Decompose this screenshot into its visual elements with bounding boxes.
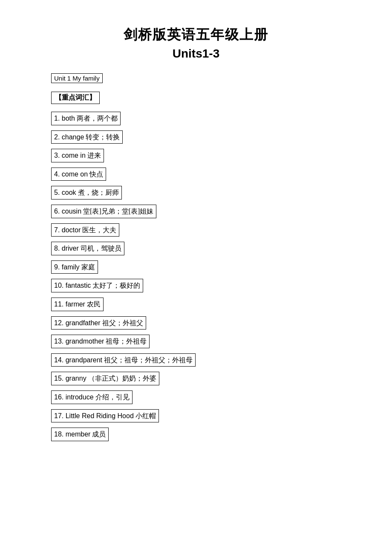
vocab-word: change [62, 133, 84, 141]
list-item: 4. come on 快点 [51, 168, 341, 181]
vocab-meaning: 进来 [86, 152, 101, 159]
vocab-meaning: 农民 [85, 301, 101, 308]
vocab-entry: 5. cook 煮，烧；厨师 [51, 186, 122, 199]
vocab-meaning: 医生，大夫 [81, 226, 116, 234]
vocab-meaning: 煮，烧；厨师 [76, 189, 119, 196]
vocab-word: fantastic [66, 282, 91, 289]
list-item: 14. grandparent 祖父；祖母；外祖父；外祖母 [51, 353, 341, 367]
vocab-word: introduce [66, 393, 94, 401]
list-item: 16. introduce 介绍，引见 [51, 390, 341, 404]
vocab-entry: 2. change 转变；转换 [51, 130, 123, 144]
list-item: 2. change 转变；转换 [51, 130, 341, 144]
vocab-meaning: 堂[表]兄弟；堂[表]姐妹 [81, 208, 153, 215]
vocab-number: 14. [54, 356, 63, 364]
vocab-word: granny [66, 375, 86, 382]
vocab-number: 6. [54, 208, 60, 215]
vocab-word: come in [62, 152, 86, 159]
vocab-word: come on [62, 171, 88, 178]
vocab-word: member [66, 431, 91, 438]
list-item: 8. driver 司机，驾驶员 [51, 242, 341, 255]
vocab-entry: 10. fantastic 太好了；极好的 [51, 279, 143, 292]
vocab-number: 11. [54, 301, 63, 308]
vocab-number: 12. [54, 319, 63, 327]
vocab-entry: 17. Little Red Riding Hood 小红帽 [51, 409, 159, 423]
vocab-word: doctor [62, 226, 81, 234]
vocab-entry: 3. come in 进来 [51, 149, 104, 162]
vocab-entry: 11. farmer 农民 [51, 298, 104, 311]
vocab-entry: 4. come on 快点 [51, 168, 106, 181]
vocab-number: 15. [54, 375, 63, 382]
vocab-word: driver [62, 245, 79, 252]
vocab-number: 16. [54, 393, 63, 401]
vocab-number: 18. [54, 431, 63, 438]
vocab-entry: 9. family 家庭 [51, 260, 98, 274]
vocab-meaning: 家庭 [80, 263, 95, 271]
vocab-entry: 1. both 两者，两个都 [51, 112, 121, 125]
vocab-number: 1. [54, 115, 60, 122]
list-item: 5. cook 煮，烧；厨师 [51, 186, 341, 199]
list-item: 18. member 成员 [51, 428, 341, 441]
vocab-entry: 6. cousin 堂[表]兄弟；堂[表]姐妹 [51, 205, 156, 218]
unit-label: Unit 1 My family [51, 73, 103, 83]
vocab-entry: 13. grandmother 祖母；外祖母 [51, 335, 150, 348]
vocab-word: cook [62, 189, 76, 196]
list-item: 11. farmer 农民 [51, 298, 341, 311]
vocab-number: 2. [54, 133, 60, 141]
vocab-number: 10. [54, 282, 63, 289]
vocab-word: grandparent [66, 356, 102, 364]
vocab-number: 17. [54, 412, 63, 419]
vocab-number: 4. [54, 171, 60, 178]
vocab-meaning: 介绍，引见 [94, 393, 130, 401]
vocab-word: both [62, 115, 75, 122]
vocab-number: 9. [54, 263, 60, 271]
list-item: 7. doctor 医生，大夫 [51, 223, 341, 237]
vocab-meaning: 祖母；外祖母 [104, 338, 147, 345]
vocab-entry: 14. grandparent 祖父；祖母；外祖父；外祖母 [51, 353, 196, 367]
vocab-meaning: 祖父；祖母；外祖父；外祖母 [102, 356, 193, 364]
main-title: 剑桥版英语五年级上册 [51, 26, 341, 44]
vocab-meaning: 司机，驾驶员 [79, 245, 121, 252]
list-item: 1. both 两者，两个都 [51, 112, 341, 125]
vocab-meaning: 快点 [88, 171, 103, 178]
vocab-meaning: 两者，两个都 [75, 115, 118, 122]
vocab-number: 5. [54, 189, 60, 196]
vocab-number: 7. [54, 226, 60, 234]
sub-title: Units1-3 [51, 47, 341, 61]
list-item: 6. cousin 堂[表]兄弟；堂[表]姐妹 [51, 205, 341, 218]
list-item: 12. grandfather 祖父；外祖父 [51, 316, 341, 330]
vocab-word: Little Red Riding Hood [66, 412, 134, 419]
vocab-number: 3. [54, 152, 60, 159]
vocab-entry: 16. introduce 介绍，引见 [51, 390, 133, 404]
vocab-word: cousin [62, 208, 81, 215]
vocab-entry: 8. driver 司机，驾驶员 [51, 242, 124, 255]
vocab-meaning: 小红帽 [134, 412, 156, 419]
vocab-meaning: 祖父；外祖父 [101, 319, 143, 327]
vocab-word: family [62, 263, 80, 271]
vocab-word: farmer [66, 301, 85, 308]
vocab-meaning: 太好了；极好的 [91, 282, 140, 289]
list-item: 3. come in 进来 [51, 149, 341, 162]
vocab-word: grandfather [66, 319, 101, 327]
vocab-entry: 15. granny （非正式）奶奶；外婆 [51, 372, 159, 385]
vocab-meaning: （非正式）奶奶；外婆 [86, 375, 156, 382]
vocab-meaning: 成员 [90, 431, 106, 438]
list-item: 13. grandmother 祖母；外祖母 [51, 335, 341, 348]
list-item: 17. Little Red Riding Hood 小红帽 [51, 409, 341, 423]
list-item: 10. fantastic 太好了；极好的 [51, 279, 341, 292]
vocab-number: 8. [54, 245, 60, 252]
section-header: 【重点词汇】 [51, 92, 100, 104]
vocab-meaning: 转变；转换 [84, 133, 120, 141]
vocab-word: grandmother [66, 338, 104, 345]
page-header: 剑桥版英语五年级上册 Units1-3 [51, 26, 341, 61]
list-item: 9. family 家庭 [51, 260, 341, 274]
vocab-entry: 18. member 成员 [51, 428, 109, 441]
vocab-entry: 12. grandfather 祖父；外祖父 [51, 316, 146, 330]
vocab-entry: 7. doctor 医生，大夫 [51, 223, 119, 237]
vocab-number: 13. [54, 338, 63, 345]
list-item: 15. granny （非正式）奶奶；外婆 [51, 372, 341, 385]
vocab-list: 1. both 两者，两个都2. change 转变；转换3. come in … [51, 112, 341, 441]
